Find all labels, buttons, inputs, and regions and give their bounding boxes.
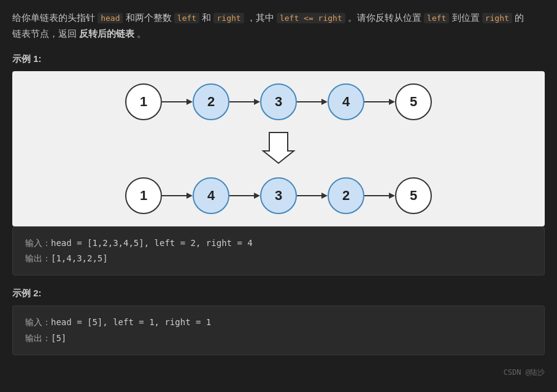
node-2-3: 3	[260, 177, 297, 214]
example2-input-label: 输入：	[25, 317, 51, 327]
example1-output-label: 输出：	[25, 253, 51, 263]
arrow-1	[162, 96, 193, 108]
example1-input-label: 输入：	[25, 238, 51, 248]
code-head: head	[98, 13, 123, 23]
arrow-8	[364, 190, 395, 202]
example1-output-line: 输出：[1,4,3,2,5]	[25, 251, 532, 266]
arrow-6	[229, 190, 260, 202]
code-right: right	[213, 13, 244, 23]
example1-input-value: head = [1,2,3,4,5], left = 2, right = 4	[51, 238, 253, 248]
example1-input-line: 输入：head = [1,2,3,4,5], left = 2, right =…	[25, 236, 532, 251]
footer-credit: CSDN @陆沙	[12, 367, 545, 378]
svg-marker-10	[186, 193, 193, 199]
example2-input-line: 输入：head = [5], left = 1, right = 1	[25, 315, 532, 330]
node-1-4: 4	[328, 83, 364, 120]
svg-marker-3	[254, 99, 260, 105]
node-2-1: 1	[125, 177, 162, 214]
diagram-container: 1 2 3 4 5 1	[12, 71, 545, 226]
node-1-3: 3	[260, 83, 297, 120]
node-2-4: 2	[328, 177, 364, 214]
code-right2: right	[482, 13, 512, 23]
arrow-3	[297, 96, 328, 108]
example2-output-value: [5]	[51, 333, 66, 343]
example1-title: 示例 1:	[12, 53, 545, 65]
svg-marker-14	[321, 193, 328, 199]
arrow-4	[364, 96, 395, 108]
code-left2: left	[424, 13, 449, 23]
example2-output-line: 输出：[5]	[25, 331, 532, 346]
example2-output-label: 输出：	[25, 333, 51, 343]
down-arrow-icon	[260, 129, 297, 168]
description: 给你单链表的头指针 head 和两个整数 left 和 right ，其中 le…	[12, 10, 545, 41]
example1-output-value: [1,4,3,2,5]	[51, 253, 108, 263]
example1-code: 输入：head = [1,2,3,4,5], left = 2, right =…	[12, 226, 545, 275]
svg-marker-7	[389, 99, 395, 105]
diagram-row1: 1 2 3 4 5	[125, 83, 432, 120]
node-1-1: 1	[125, 83, 162, 120]
arrow-5	[162, 190, 193, 202]
example2-input-value: head = [5], left = 1, right = 1	[51, 317, 211, 327]
example1-block: 示例 1: 1 2 3 4 5	[12, 53, 545, 275]
svg-marker-1	[186, 99, 193, 105]
node-2-5: 5	[395, 177, 432, 214]
code-condition: left <= right	[277, 13, 345, 23]
code-left: left	[174, 13, 199, 23]
example2-block: 示例 2: 输入：head = [5], left = 1, right = 1…	[12, 288, 545, 355]
arrow-2	[229, 96, 260, 108]
example2-title: 示例 2:	[12, 288, 545, 299]
node-2-2: 4	[193, 177, 229, 214]
example2-code: 输入：head = [5], left = 1, right = 1 输出：[5…	[12, 306, 545, 355]
svg-marker-8	[263, 133, 294, 163]
arrow-7	[297, 190, 328, 202]
node-1-2: 2	[193, 83, 229, 120]
svg-marker-5	[321, 99, 328, 105]
svg-marker-16	[389, 193, 395, 199]
diagram-row2: 1 4 3 2 5	[125, 177, 432, 214]
node-1-5: 5	[395, 83, 432, 120]
svg-marker-12	[254, 193, 260, 199]
